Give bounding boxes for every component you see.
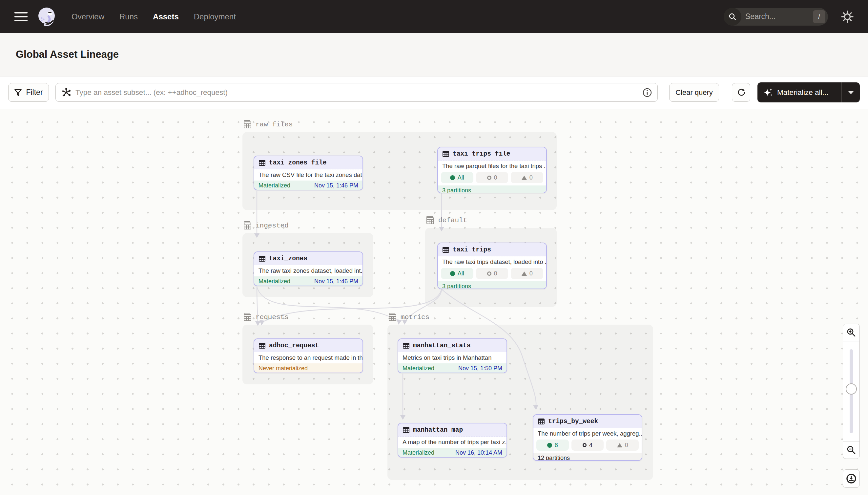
- settings-gear-icon[interactable]: [840, 10, 854, 24]
- asset-status-footer[interactable]: Never materialized: [254, 363, 362, 373]
- zoom-slider-thumb[interactable]: [846, 383, 857, 395]
- asset-status-footer[interactable]: Materialized Nov 15, 1:50 PM: [398, 363, 507, 373]
- status-label: Materialized: [403, 449, 434, 456]
- partitions-footer[interactable]: 3 partitions: [438, 186, 546, 193]
- materialization-timestamp[interactable]: Nov 15, 1:46 PM: [314, 278, 358, 285]
- download-icon: [846, 473, 857, 484]
- search-placeholder: Search...: [745, 12, 813, 21]
- table-icon: [403, 342, 410, 349]
- asset-node-manhattan_map[interactable]: manhattan_map A map of the number of tri…: [397, 423, 507, 458]
- materialization-timestamp[interactable]: Nov 15, 1:50 PM: [458, 365, 502, 372]
- zoom-out-button[interactable]: [843, 442, 860, 459]
- missing-triangle-icon: [521, 176, 527, 180]
- materialization-timestamp[interactable]: Nov 16, 10:14 AM: [455, 449, 502, 456]
- asset-title: manhattan_stats: [413, 342, 471, 349]
- partition-health-pills: 8 4 0: [533, 439, 642, 453]
- asset-title: taxi_zones_file: [269, 159, 327, 167]
- clear-query-button[interactable]: Clear query: [669, 83, 719, 102]
- asset-node-taxi_zones[interactable]: taxi_zones The raw taxi zones dataset, l…: [253, 252, 363, 286]
- table-icon: [259, 159, 266, 167]
- failed-ring-icon: [487, 271, 491, 276]
- asset-node-trips_by_week[interactable]: trips_by_week The number of trips per we…: [533, 414, 642, 461]
- partition-health-pills: All 0 0: [438, 172, 546, 186]
- asset-title: manhattan_map: [413, 426, 463, 433]
- asset-status-footer[interactable]: Materialized Nov 15, 1:46 PM: [254, 276, 362, 286]
- nav-link-runs[interactable]: Runs: [119, 12, 138, 21]
- zoom-in-button[interactable]: [843, 324, 860, 341]
- materialization-timestamp[interactable]: Nov 15, 1:46 PM: [314, 182, 358, 189]
- dagster-asset-lineage-app: Overview Runs Assets Deployment Search..…: [0, 0, 868, 495]
- nav-link-overview[interactable]: Overview: [72, 12, 104, 21]
- partitions-materialized-pill[interactable]: All: [441, 172, 473, 183]
- zoom-controls: [843, 324, 860, 459]
- materialized-dot-icon: [450, 271, 455, 276]
- materialized-dot-icon: [547, 443, 552, 448]
- nav-link-assets[interactable]: Assets: [153, 12, 179, 21]
- search-shortcut-key: /: [813, 10, 825, 23]
- lineage-toolbar: Filter Type an asset subset... (ex: ++ad…: [0, 76, 868, 109]
- table-icon: [538, 418, 545, 425]
- asset-node-taxi_zones_file[interactable]: taxi_zones_file The raw CSV file for the…: [253, 156, 363, 190]
- asset-description: The raw parquet files for the taxi trips…: [438, 160, 546, 172]
- download-image-button[interactable]: [843, 470, 860, 488]
- materialized-dot-icon: [450, 175, 455, 180]
- table-icon: [403, 426, 410, 433]
- info-icon[interactable]: [642, 88, 652, 98]
- filter-funnel-icon: [14, 89, 22, 97]
- group-tables-icon: [243, 312, 252, 322]
- partitions-materialized-pill[interactable]: 8: [536, 440, 569, 451]
- partitions-missing-pill[interactable]: 0: [511, 268, 543, 279]
- asset-status-footer[interactable]: Materialized Nov 15, 1:46 PM: [254, 181, 362, 190]
- asset-node-adhoc_request[interactable]: adhoc_request The response to an request…: [253, 338, 363, 373]
- asset-node-taxi_trips[interactable]: taxi_trips The raw taxi trips dataset, l…: [437, 243, 547, 289]
- partitions-materialized-pill[interactable]: All: [441, 268, 473, 279]
- nav-link-deployment[interactable]: Deployment: [194, 12, 236, 21]
- materialize-all-button[interactable]: Materialize all...: [758, 82, 860, 102]
- asset-description: The response to an request made in th...: [254, 352, 362, 363]
- table-icon: [259, 255, 266, 262]
- search-input[interactable]: Search... /: [724, 8, 828, 25]
- group-label-metrics[interactable]: metrics: [387, 312, 429, 322]
- nav-links: Overview Runs Assets Deployment: [72, 12, 236, 21]
- group-label-raw_files[interactable]: raw_files: [243, 119, 293, 129]
- chevron-down-icon: [848, 91, 854, 94]
- partitions-missing-pill[interactable]: 0: [511, 172, 543, 183]
- asset-status-footer[interactable]: Materialized Nov 16, 10:14 AM: [398, 448, 507, 458]
- status-label: Materialized: [403, 365, 434, 372]
- partitions-failed-pill[interactable]: 0: [476, 268, 509, 279]
- group-label-default[interactable]: default: [425, 215, 467, 225]
- partitions-failed-pill[interactable]: 0: [476, 172, 509, 183]
- partitions-failed-pill[interactable]: 4: [571, 440, 604, 451]
- partitions-footer[interactable]: 3 partitions: [438, 281, 546, 289]
- sparkle-icon: [763, 88, 773, 98]
- zoom-in-icon: [846, 328, 856, 338]
- asset-title: taxi_zones: [269, 255, 307, 262]
- asset-title: taxi_trips_file: [453, 150, 510, 157]
- partitions-missing-pill[interactable]: 0: [606, 440, 639, 451]
- lineage-canvas[interactable]: raw_files ingested default requests metr…: [0, 109, 868, 495]
- partition-health-pills: All 0 0: [438, 268, 546, 281]
- dagster-logo-icon[interactable]: [37, 6, 57, 27]
- search-icon: [724, 8, 741, 25]
- partitions-footer[interactable]: 12 partitions: [533, 453, 642, 461]
- group-tables-icon: [243, 221, 252, 231]
- filter-button[interactable]: Filter: [8, 83, 49, 102]
- missing-triangle-icon: [617, 443, 622, 447]
- zoom-slider[interactable]: [843, 341, 860, 442]
- asset-node-taxi_trips_file[interactable]: taxi_trips_file The raw parquet files fo…: [437, 147, 547, 193]
- group-label-ingested[interactable]: ingested: [243, 221, 289, 231]
- group-label-requests[interactable]: requests: [243, 312, 289, 322]
- materialize-dropdown-toggle[interactable]: [842, 82, 860, 102]
- zoom-out-icon: [846, 445, 856, 455]
- page-title: Global Asset Lineage: [16, 49, 119, 61]
- asset-title: trips_by_week: [548, 418, 598, 425]
- failed-ring-icon: [583, 443, 587, 447]
- hamburger-menu-icon[interactable]: [14, 10, 30, 23]
- group-tables-icon: [425, 215, 435, 225]
- refresh-graph-button[interactable]: [732, 83, 750, 102]
- asset-node-manhattan_stats[interactable]: manhattan_stats Metrics on taxi trips in…: [397, 338, 507, 373]
- asset-description: The raw taxi trips dataset, loaded into …: [438, 256, 546, 268]
- group-tables-icon: [243, 119, 252, 129]
- table-icon: [442, 246, 449, 253]
- asset-subset-query-input[interactable]: Type an asset subset... (ex: ++adhoc_req…: [55, 83, 658, 102]
